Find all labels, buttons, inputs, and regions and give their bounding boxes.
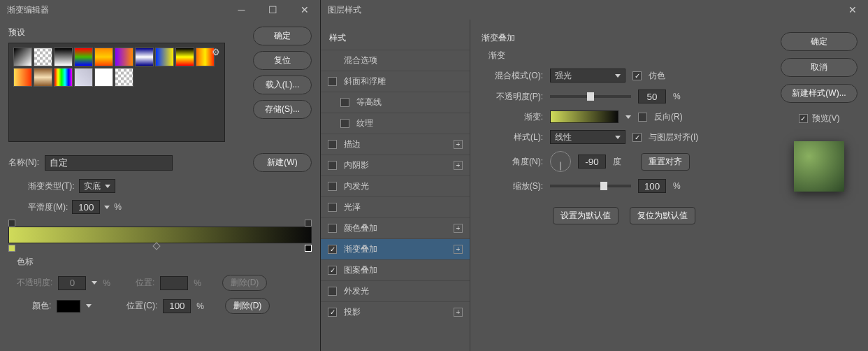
preset-swatch[interactable]	[94, 48, 113, 66]
reset-align-button[interactable]: 重置对齐	[641, 153, 690, 171]
opacity-stop[interactable]	[305, 220, 312, 227]
style-inner-glow[interactable]: 内发光	[321, 176, 470, 196]
degree-label: 度	[613, 156, 621, 168]
style-texture[interactable]: 纹理	[321, 113, 470, 134]
preview-checkbox[interactable]	[799, 114, 808, 123]
plus-icon[interactable]: +	[454, 161, 463, 170]
delete-button: 删除(D)	[222, 275, 267, 291]
scale-input[interactable]	[638, 179, 666, 193]
color-stop[interactable]	[305, 245, 312, 252]
preset-swatch[interactable]	[74, 48, 93, 66]
ok-button[interactable]: 确定	[781, 32, 858, 51]
style-pattern-overlay[interactable]: 图案叠加	[321, 259, 470, 280]
plus-icon[interactable]: +	[454, 245, 463, 254]
name-label: 名称(N):	[8, 157, 39, 169]
gradient-editor-titlebar: 渐变编辑器 ─ ☐ ✕	[0, 0, 320, 20]
opacity-label: 不透明度:	[17, 277, 52, 289]
preset-swatch[interactable]	[34, 68, 52, 87]
dither-checkbox[interactable]	[632, 71, 642, 80]
close-button[interactable]: ✕	[837, 0, 868, 20]
minimize-button[interactable]: ─	[226, 0, 257, 20]
blend-mode-select[interactable]: 强光	[550, 69, 625, 83]
cancel-button[interactable]: 取消	[781, 58, 858, 77]
align-checkbox[interactable]	[632, 133, 642, 142]
angle-dial[interactable]	[550, 151, 571, 172]
preset-swatch[interactable]	[115, 48, 133, 66]
plus-icon[interactable]: +	[454, 308, 463, 317]
gear-icon[interactable]: ⚙	[212, 47, 220, 57]
style-outer-glow[interactable]: 外发光	[321, 280, 470, 301]
color-swatch[interactable]	[57, 300, 80, 313]
ok-button[interactable]: 确定	[253, 27, 312, 45]
align-label: 与图层对齐(I)	[649, 131, 698, 143]
chevron-down-icon[interactable]	[86, 304, 92, 308]
position-input	[160, 276, 188, 290]
preset-swatch[interactable]	[135, 48, 154, 66]
angle-label: 角度(N):	[489, 156, 543, 168]
style-select[interactable]: 线性	[550, 130, 625, 144]
preview-thumbnail	[794, 141, 844, 192]
angle-input[interactable]	[578, 155, 606, 169]
new-button[interactable]: 新建(W)	[253, 153, 312, 172]
style-blending-options[interactable]: 混合选项	[321, 50, 470, 71]
scale-label: 缩放(S):	[489, 180, 543, 192]
midpoint-stop[interactable]	[153, 242, 161, 250]
smoothness-input[interactable]	[72, 200, 100, 214]
style-drop-shadow[interactable]: 投影+	[321, 301, 470, 322]
preset-swatch[interactable]	[13, 48, 32, 66]
preset-swatch[interactable]	[115, 68, 133, 87]
name-input[interactable]	[45, 155, 173, 171]
gradient-type-select[interactable]: 实底	[79, 179, 115, 193]
opacity-stop[interactable]	[8, 220, 15, 227]
preset-swatch[interactable]	[74, 68, 93, 87]
style-bevel-emboss[interactable]: 斜面和浮雕	[321, 71, 470, 92]
set-default-button[interactable]: 设置为默认值	[553, 207, 619, 224]
style-stroke[interactable]: 描边+	[321, 134, 470, 155]
preset-swatch[interactable]	[155, 48, 174, 66]
reverse-label: 反向(R)	[654, 111, 683, 123]
new-style-button[interactable]: 新建样式(W)...	[781, 84, 858, 103]
preset-swatch[interactable]	[54, 48, 73, 66]
color-stops-title: 色标	[8, 256, 312, 268]
reverse-checkbox[interactable]	[638, 113, 647, 122]
preset-swatch[interactable]	[175, 48, 194, 66]
style-inner-shadow[interactable]: 内阴影+	[321, 155, 470, 176]
preset-swatch[interactable]	[54, 68, 73, 87]
style-color-overlay[interactable]: 颜色叠加+	[321, 217, 470, 238]
smoothness-label: 平滑度(M):	[28, 201, 68, 213]
style-label: 样式(L):	[489, 131, 543, 143]
styles-header: 样式	[321, 32, 470, 50]
layer-style-panel: 图层样式 ✕ 样式 混合选项 斜面和浮雕 等高线 纹理 描边+ 内阴影+ 内发光…	[321, 0, 868, 351]
preset-swatch[interactable]	[34, 48, 52, 66]
gradient-label: 渐变:	[489, 111, 543, 123]
delete-button[interactable]: 删除(D)	[225, 298, 270, 314]
maximize-button[interactable]: ☐	[257, 0, 289, 20]
gradient-preview[interactable]	[550, 110, 619, 123]
blend-mode-label: 混合模式(O):	[489, 70, 543, 82]
plus-icon[interactable]: +	[454, 224, 463, 233]
position-c-input[interactable]	[163, 299, 191, 313]
layer-style-titlebar: 图层样式 ✕	[321, 0, 868, 20]
gradient-bar[interactable]	[8, 227, 312, 243]
action-column: 确定 取消 新建样式(W)... 预览(V)	[770, 20, 868, 351]
load-button[interactable]: 载入(L)...	[253, 76, 312, 94]
color-stop[interactable]	[8, 245, 15, 252]
chevron-down-icon[interactable]	[104, 206, 110, 209]
preset-swatch[interactable]	[13, 68, 32, 87]
reset-default-button[interactable]: 复位为默认值	[630, 207, 695, 224]
preset-swatch[interactable]	[94, 68, 113, 87]
opacity-input[interactable]	[638, 89, 666, 103]
gradient-editor-title: 渐变编辑器	[7, 4, 49, 16]
style-gradient-overlay[interactable]: 渐变叠加+	[321, 238, 470, 259]
scale-slider[interactable]	[550, 185, 631, 187]
close-button[interactable]: ✕	[289, 0, 320, 20]
gradient-overlay-settings: 渐变叠加 渐变 混合模式(O): 强光 仿色 不透明度(P):	[470, 20, 770, 351]
opacity-slider[interactable]	[550, 95, 631, 98]
gradient-bar-container	[8, 220, 312, 253]
save-button[interactable]: 存储(S)...	[253, 100, 312, 119]
plus-icon[interactable]: +	[454, 140, 463, 149]
style-contour[interactable]: 等高线	[321, 92, 470, 113]
reset-button[interactable]: 复位	[253, 51, 312, 70]
style-satin[interactable]: 光泽	[321, 196, 470, 217]
chevron-down-icon[interactable]	[625, 115, 631, 119]
